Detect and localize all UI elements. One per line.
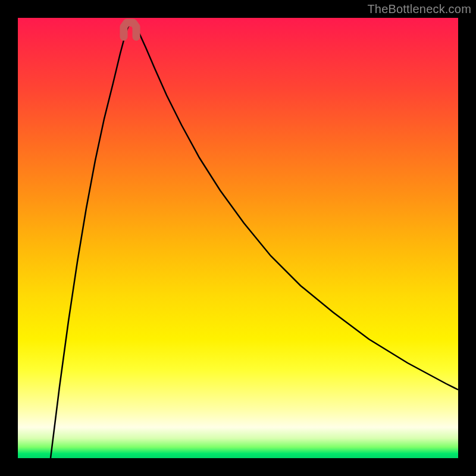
chart-svg bbox=[18, 18, 458, 458]
minimum-marker-line bbox=[124, 23, 136, 37]
outer-frame: TheBottleneck.com bbox=[0, 0, 476, 476]
bottleneck-curve-line bbox=[51, 24, 458, 458]
chart-plot-area bbox=[18, 18, 458, 458]
watermark-text: TheBottleneck.com bbox=[367, 2, 471, 16]
